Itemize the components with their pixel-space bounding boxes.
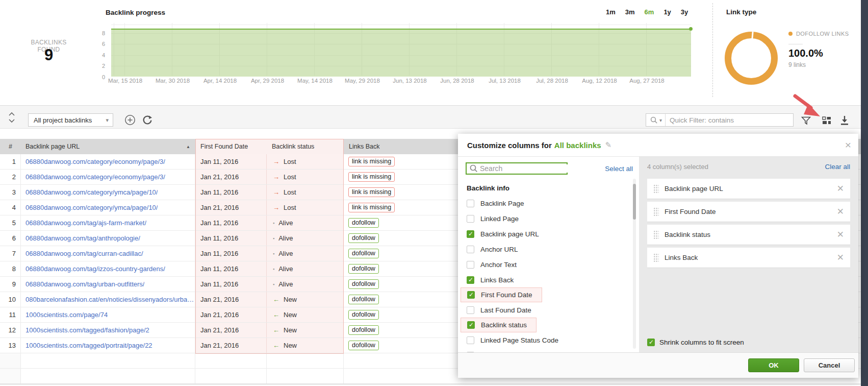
links-back-badge: dofollow [348, 249, 379, 258]
status-label: Lost [284, 188, 296, 196]
add-backlink-button[interactable] [123, 113, 137, 127]
row-number: 2 [0, 170, 21, 184]
remove-column-icon[interactable]: ✕ [837, 253, 844, 262]
column-option[interactable]: Backlink Page [458, 196, 632, 211]
column-checkbox[interactable] [467, 276, 474, 284]
selected-column-card[interactable]: First Found Date ✕ [647, 202, 850, 222]
backlinks-view-dropdown[interactable]: All project backlinks ▾ [28, 113, 113, 127]
backlink-url-link[interactable]: 06880danwoog.com/tag/curran-cadillac/ [25, 250, 143, 257]
y-tick: 8 [95, 30, 105, 36]
selected-column-card[interactable]: Links Back ✕ [647, 248, 850, 268]
status-icon: → [273, 188, 279, 196]
time-range-button[interactable]: 1m [606, 8, 616, 16]
edit-pencil-icon[interactable]: ✎ [605, 140, 612, 150]
column-checkbox[interactable] [467, 261, 474, 269]
backlink-url-link[interactable]: 06880danwoog.com/category/ymca/page/10/ [25, 204, 158, 211]
cancel-button[interactable]: Cancel [804, 358, 855, 372]
drag-handle-icon[interactable] [653, 253, 659, 262]
time-range-button[interactable]: 6m [645, 8, 654, 16]
status-icon: → [273, 158, 279, 165]
ok-button[interactable]: OK [748, 358, 799, 372]
shrink-columns-checkbox[interactable] [647, 339, 655, 346]
modal-scrollbar-thumb[interactable] [633, 184, 636, 220]
dropdown-selected-value: All project backlinks [29, 116, 106, 124]
export-download-button[interactable] [838, 114, 851, 127]
backlink-url-link[interactable]: 06880danwoog.com/category/economy/page/3… [25, 173, 165, 181]
drag-handle-icon[interactable] [653, 207, 659, 216]
modal-available-columns-pane: Select all Backlink info Backlink Page L… [458, 157, 639, 352]
shrink-columns-option[interactable]: Shrink columns to fit screen [647, 339, 744, 346]
column-option-label: First Found Date [481, 291, 532, 299]
backlink-url-link[interactable]: 06880danwoog.com/tag/ajs-farm-market/ [25, 219, 146, 227]
selected-columns-list: Backlink page URL ✕ First Found Date ✕ B… [647, 179, 850, 268]
column-search-input[interactable] [478, 164, 574, 173]
column-option[interactable]: Linked Page Status Code [458, 332, 632, 348]
backlink-url-link[interactable]: 06880danwoog.com/tag/anthropologie/ [25, 234, 140, 242]
remove-column-icon[interactable]: ✕ [837, 184, 844, 193]
column-option-partial[interactable] [458, 348, 632, 352]
column-checkbox[interactable] [467, 321, 475, 329]
selected-column-card[interactable]: Backlink page URL ✕ [647, 179, 850, 199]
backlink-url-link[interactable]: 1000scientists.com/tagged/fashion/page/2 [25, 326, 149, 334]
backlink-url-link[interactable]: 06880danwoog.com/category/economy/page/3… [25, 158, 165, 165]
select-all-link[interactable]: Select all [605, 165, 633, 173]
column-option[interactable]: Last Found Date [458, 302, 632, 318]
drag-handle-icon[interactable] [653, 230, 659, 239]
selected-column-card[interactable]: Backlink status ✕ [647, 225, 850, 245]
column-option[interactable]: First Found Date [461, 287, 542, 302]
column-option[interactable]: Backlink page URL [458, 226, 632, 242]
first-found-date-cell: Jan 11, 2016 [195, 246, 267, 261]
header-backlink-status[interactable]: Backlink status [267, 139, 344, 154]
reorder-rows-icon[interactable] [8, 112, 15, 123]
column-checkbox[interactable] [467, 291, 475, 299]
backlink-url-link[interactable]: 06880danwoog.com/tag/urban-outfitters/ [25, 280, 144, 288]
backlink-status-cell: ▪ Alive [267, 231, 344, 246]
clear-all-link[interactable]: Clear all [825, 163, 850, 171]
selected-column-label: Backlink page URL [665, 185, 723, 192]
backlink-url-link[interactable]: 1000scientists.com/page/74 [25, 311, 108, 319]
close-icon[interactable]: × [845, 139, 851, 150]
column-checkbox[interactable] [467, 246, 474, 253]
column-checkbox[interactable] [467, 306, 474, 314]
column-checkbox[interactable] [467, 215, 474, 223]
header-url-label: Backlink page URL [25, 143, 80, 150]
modal-scrollbar-track[interactable] [633, 179, 636, 349]
selected-count-label: 4 column(s) selected [647, 163, 708, 171]
first-found-date-cell: Jan 11, 2016 [195, 215, 267, 230]
backlink-url-link[interactable]: 1000scientists.com/tagged/portrait/page/… [25, 342, 152, 349]
y-tick: 4 [95, 52, 105, 58]
column-checkbox[interactable] [467, 230, 474, 238]
time-range-button[interactable]: 3m [625, 8, 635, 16]
column-option[interactable]: Anchor Text [458, 257, 632, 272]
row-number: 3 [0, 185, 21, 200]
column-option[interactable]: Linked Page [458, 211, 632, 226]
status-label: Alive [278, 265, 293, 273]
backlink-url-link[interactable]: 06880danwoog.com/tag/izzos-country-garde… [25, 265, 165, 273]
shrink-columns-label: Shrink columns to fit screen [659, 339, 744, 346]
status-label: Lost [284, 173, 296, 181]
quick-filter-mode-button[interactable]: ▾ [646, 114, 666, 126]
remove-column-icon[interactable]: ✕ [837, 230, 844, 239]
backlink-url-link[interactable]: 06880danwoog.com/category/ymca/page/10/ [25, 188, 158, 196]
drag-handle-icon[interactable] [653, 184, 659, 193]
header-first-found-date[interactable]: First Found Date [195, 139, 267, 154]
status-icon: ← [273, 296, 279, 303]
column-option[interactable]: Backlink status [461, 318, 537, 332]
time-range-button[interactable]: 3y [681, 8, 688, 16]
remove-column-icon[interactable]: ✕ [837, 207, 844, 216]
column-option[interactable]: Links Back [458, 272, 632, 287]
quick-filter-input[interactable] [666, 116, 793, 124]
backlink-url-link[interactable]: 080barcelonafashion.cat/en/noticies/diss… [25, 296, 195, 303]
time-range-button[interactable]: 1y [663, 8, 671, 16]
status-icon: ▪ [273, 267, 274, 272]
sort-ascending-icon[interactable]: ▲ [186, 144, 195, 149]
column-option[interactable]: Anchor URL [458, 242, 632, 257]
header-backlink-page-url[interactable]: Backlink page URL ▲ [21, 139, 195, 154]
refresh-button[interactable] [141, 113, 154, 127]
modal-header: Customize columns forAll backlinks ✎ [458, 134, 858, 157]
column-checkbox[interactable] [467, 200, 474, 207]
column-checkbox[interactable] [467, 336, 474, 344]
links-back-badge: dofollow [348, 310, 379, 320]
first-found-date-cell: Jan 21, 2016 [195, 338, 267, 353]
header-num[interactable]: # [0, 139, 21, 154]
